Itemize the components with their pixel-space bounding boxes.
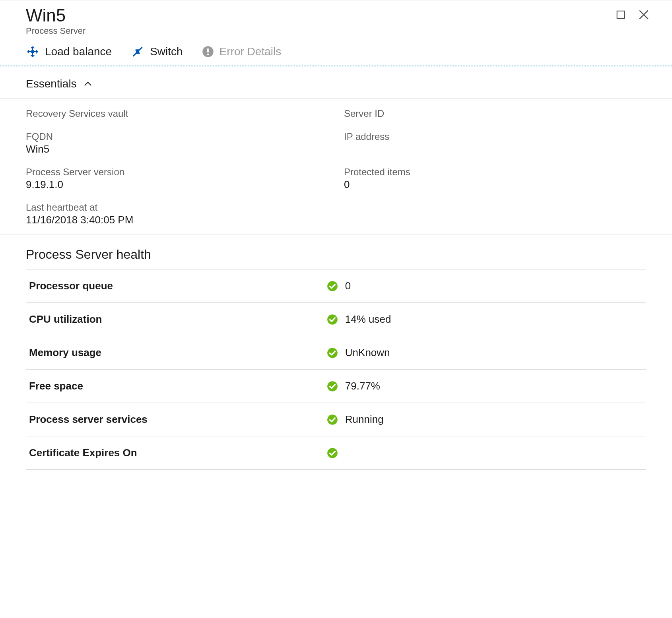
field-fqdn: FQDN Win5 bbox=[26, 131, 328, 155]
health-metric-value-cell: 0 bbox=[324, 269, 646, 303]
blade-root: Win5 Process Server bbox=[0, 0, 672, 618]
health-metric-value-cell: UnKnown bbox=[324, 336, 646, 370]
essentials-title: Essentials bbox=[26, 77, 77, 90]
error-details-label: Error Details bbox=[219, 45, 282, 58]
table-row: Memory usageUnKnown bbox=[26, 336, 646, 370]
close-icon[interactable] bbox=[637, 8, 650, 21]
health-metric-value: 79.77% bbox=[345, 380, 380, 392]
health-metric-value-cell: 14% used bbox=[324, 303, 646, 336]
field-value: 9.19.1.0 bbox=[26, 178, 328, 191]
window-controls bbox=[615, 6, 650, 21]
status-cell: UnKnown bbox=[327, 347, 641, 359]
table-row: Certificate Expires On bbox=[26, 436, 646, 470]
field-label: Last heartbeat at bbox=[26, 202, 328, 213]
table-row: Processor queue0 bbox=[26, 269, 646, 303]
svg-point-6 bbox=[207, 54, 209, 56]
error-details-button[interactable]: Error Details bbox=[202, 45, 282, 58]
svg-point-7 bbox=[327, 281, 338, 291]
page-title: Win5 bbox=[26, 6, 85, 25]
health-rows: Processor queue0CPU utilization14% usedM… bbox=[26, 269, 646, 470]
field-value: Win5 bbox=[26, 143, 328, 155]
essentials-toggle[interactable]: Essentials bbox=[0, 66, 672, 99]
ok-check-icon bbox=[327, 347, 338, 358]
status-cell: 79.77% bbox=[327, 380, 641, 392]
field-protected-items: Protected items 0 bbox=[344, 167, 646, 191]
field-last-heartbeat: Last heartbeat at 11/16/2018 3:40:05 PM bbox=[26, 202, 328, 226]
header: Win5 Process Server bbox=[0, 0, 672, 39]
switch-icon bbox=[131, 45, 144, 58]
health-metric-value: UnKnown bbox=[345, 347, 390, 359]
health-metric-value-cell bbox=[324, 436, 646, 470]
load-balance-button[interactable]: Load balance bbox=[26, 45, 112, 58]
field-label: Protected items bbox=[344, 167, 646, 178]
svg-point-9 bbox=[327, 348, 338, 358]
svg-point-8 bbox=[327, 314, 338, 325]
field-ip-address: IP address bbox=[344, 131, 646, 155]
field-value: 11/16/2018 3:40:05 PM bbox=[26, 214, 328, 226]
ok-check-icon bbox=[327, 448, 338, 459]
chevron-up-icon bbox=[83, 79, 93, 89]
svg-point-11 bbox=[327, 415, 338, 425]
health-metric-label: Process server services bbox=[26, 403, 324, 436]
field-label: FQDN bbox=[26, 131, 328, 142]
essentials-grid: Recovery Services vault Server ID FQDN W… bbox=[0, 99, 672, 234]
field-recovery-vault: Recovery Services vault bbox=[26, 108, 328, 120]
health-metric-label: Certificate Expires On bbox=[26, 436, 324, 470]
switch-label: Switch bbox=[150, 45, 183, 58]
field-label: Recovery Services vault bbox=[26, 108, 328, 119]
status-cell: 14% used bbox=[327, 313, 641, 325]
svg-rect-5 bbox=[207, 48, 209, 53]
svg-point-12 bbox=[327, 448, 338, 458]
field-ps-version: Process Server version 9.19.1.0 bbox=[26, 167, 328, 191]
field-label: IP address bbox=[344, 131, 646, 142]
health-metric-value: 0 bbox=[345, 280, 351, 292]
health-metric-label: Free space bbox=[26, 370, 324, 403]
ok-check-icon bbox=[327, 281, 338, 292]
field-empty bbox=[344, 202, 646, 226]
table-row: Process server servicesRunning bbox=[26, 403, 646, 436]
health-metric-label: Memory usage bbox=[26, 336, 324, 370]
field-value: 0 bbox=[344, 178, 646, 191]
page-subtitle: Process Server bbox=[26, 26, 85, 36]
status-cell bbox=[327, 448, 641, 459]
field-label: Server ID bbox=[344, 108, 646, 119]
ok-check-icon bbox=[327, 314, 338, 325]
load-balance-icon bbox=[26, 45, 39, 58]
health-metric-label: Processor queue bbox=[26, 269, 324, 303]
table-row: Free space79.77% bbox=[26, 370, 646, 403]
restore-icon[interactable] bbox=[615, 9, 626, 20]
field-label: Process Server version bbox=[26, 167, 328, 178]
health-title: Process Server health bbox=[26, 247, 646, 262]
status-cell: 0 bbox=[327, 280, 641, 292]
health-section: Process Server health Processor queue0CP… bbox=[0, 234, 672, 470]
svg-point-1 bbox=[31, 50, 34, 53]
health-metric-value: Running bbox=[345, 413, 384, 426]
error-details-icon bbox=[202, 46, 214, 58]
health-table: Processor queue0CPU utilization14% usedM… bbox=[26, 269, 646, 470]
health-metric-value-cell: 79.77% bbox=[324, 370, 646, 403]
ok-check-icon bbox=[327, 381, 338, 392]
health-metric-value-cell: Running bbox=[324, 403, 646, 436]
health-metric-label: CPU utilization bbox=[26, 303, 324, 336]
switch-button[interactable]: Switch bbox=[131, 45, 183, 58]
toolbar: Load balance Switch bbox=[0, 39, 672, 66]
table-row: CPU utilization14% used bbox=[26, 303, 646, 336]
health-metric-value: 14% used bbox=[345, 313, 391, 325]
ok-check-icon bbox=[327, 414, 338, 425]
svg-rect-0 bbox=[617, 11, 625, 19]
title-block: Win5 Process Server bbox=[26, 6, 85, 36]
svg-point-10 bbox=[327, 381, 338, 391]
status-cell: Running bbox=[327, 413, 641, 426]
load-balance-label: Load balance bbox=[45, 45, 112, 58]
field-server-id: Server ID bbox=[344, 108, 646, 120]
